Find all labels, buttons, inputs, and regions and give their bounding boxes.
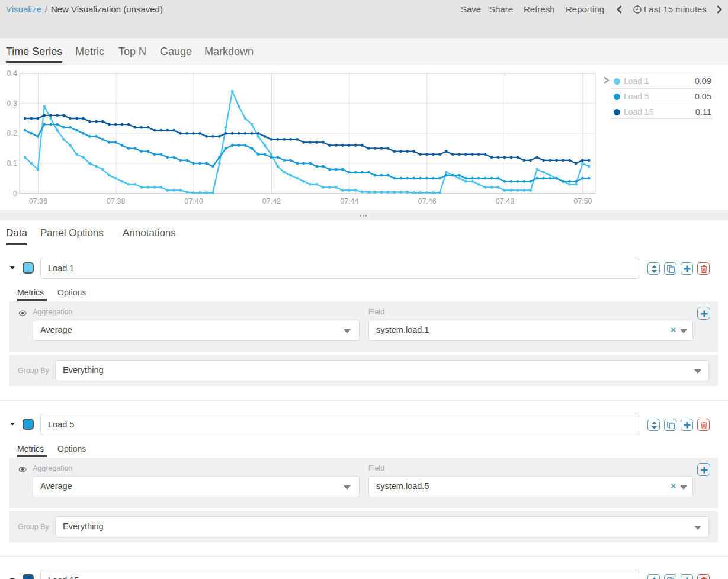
svg-text:0.4: 0.4 [7, 69, 17, 78]
svg-text:07:50: 07:50 [573, 197, 592, 205]
svg-text:0: 0 [13, 189, 17, 198]
svg-text:07:40: 07:40 [184, 197, 203, 205]
svg-text:0.1: 0.1 [7, 159, 17, 168]
svg-text:07:42: 07:42 [262, 197, 281, 205]
svg-text:0.3: 0.3 [7, 99, 17, 108]
svg-text:07:38: 07:38 [107, 197, 125, 205]
svg-text:07:44: 07:44 [340, 197, 358, 205]
svg-text:07:46: 07:46 [418, 197, 436, 205]
svg-text:07:48: 07:48 [496, 197, 514, 205]
svg-text:0.2: 0.2 [7, 129, 17, 137]
svg-text:07:36: 07:36 [29, 197, 47, 205]
